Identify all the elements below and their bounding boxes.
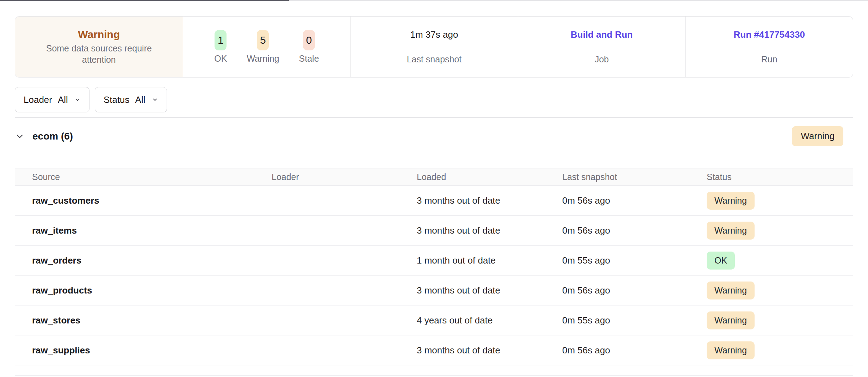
stat-item-stale: 0 Stale: [299, 30, 319, 64]
run-label: Run: [761, 54, 777, 64]
cell-last-snapshot: 0m 55s ago: [562, 315, 707, 326]
status-badge: Warning: [707, 282, 755, 299]
cell-last-snapshot: 0m 55s ago: [562, 255, 707, 266]
stat-item-ok: 1 OK: [214, 30, 227, 64]
cell-last-snapshot: 0m 56s ago: [562, 225, 707, 236]
overall-status-subtitle: Some data sources require attention: [38, 43, 160, 65]
column-header-status: Status: [707, 172, 853, 182]
status-filter-label: Status: [104, 94, 130, 105]
last-snapshot-value: 1m 37s ago: [410, 29, 458, 40]
counts-card: 1 OK 5 Warning 0 Stale: [183, 17, 351, 77]
stale-count-label: Stale: [299, 54, 319, 64]
chevron-down-icon: [15, 131, 25, 141]
loader-filter-label: Loader: [24, 94, 52, 105]
cell-source: raw_stores: [32, 315, 272, 326]
status-filter-value: All: [135, 94, 145, 105]
cell-loaded: 3 months out of date: [417, 225, 562, 236]
page-content: Warning Some data sources require attent…: [0, 16, 868, 376]
status-badge: Warning: [707, 341, 755, 359]
run-link[interactable]: Run #417754330: [734, 29, 805, 40]
cell-source: raw_items: [32, 225, 272, 236]
status-badge: Warning: [707, 311, 755, 329]
status-filter-button[interactable]: Status All: [95, 87, 167, 112]
column-header-last-snapshot: Last snapshot: [562, 172, 707, 182]
status-badge: Warning: [707, 222, 755, 240]
stat-item-warning: 5 Warning: [247, 30, 279, 64]
chevron-down-icon: [74, 97, 81, 103]
column-header-loader: Loader: [272, 172, 417, 182]
overall-status-title: Warning: [78, 29, 120, 41]
warning-count-label: Warning: [247, 54, 279, 64]
filter-bar: Loader All Status All: [15, 87, 853, 118]
group-expand-toggle[interactable]: ecom (6): [15, 131, 73, 142]
cell-last-snapshot: 0m 56s ago: [562, 195, 707, 206]
stale-count-badge: 0: [303, 30, 315, 50]
run-card: Run #417754330 Run: [685, 17, 853, 77]
cell-source: raw_supplies: [32, 345, 272, 356]
table-footer-divider: [15, 365, 853, 376]
loader-filter-value: All: [58, 94, 68, 105]
cell-loaded: 3 months out of date: [417, 195, 562, 206]
ok-count-label: OK: [214, 54, 227, 64]
top-progress-bar: [0, 0, 868, 1]
cell-loaded: 4 years out of date: [417, 315, 562, 326]
cell-last-snapshot: 0m 56s ago: [562, 285, 707, 296]
job-card: Build and Run Job: [518, 17, 686, 77]
cell-last-snapshot: 0m 56s ago: [562, 345, 707, 356]
group-title: ecom (6): [32, 131, 73, 142]
table-row: raw_customers 3 months out of date 0m 56…: [15, 186, 853, 216]
table-row: raw_items 3 months out of date 0m 56s ag…: [15, 216, 853, 246]
last-snapshot-label: Last snapshot: [407, 54, 462, 64]
ok-count-badge: 1: [215, 30, 227, 50]
warning-count-badge: 5: [257, 30, 269, 50]
cell-source: raw_customers: [32, 195, 272, 206]
table-row: raw_products 3 months out of date 0m 56s…: [15, 276, 853, 305]
counts-row: 1 OK 5 Warning 0 Stale: [214, 30, 319, 64]
cell-source: raw_products: [32, 285, 272, 296]
column-header-source: Source: [32, 172, 272, 182]
cell-loaded: 3 months out of date: [417, 285, 562, 296]
cell-source: raw_orders: [32, 255, 272, 266]
status-badge: Warning: [707, 192, 755, 210]
group-header-ecom: ecom (6) Warning: [15, 126, 853, 146]
summary-card-row: Warning Some data sources require attent…: [15, 16, 853, 78]
status-badge: OK: [707, 252, 735, 270]
job-label: Job: [595, 54, 609, 64]
table-row: raw_orders 1 month out of date 0m 55s ag…: [15, 246, 853, 276]
cell-loaded: 3 months out of date: [417, 345, 562, 356]
table-row: raw_stores 4 years out of date 0m 55s ag…: [15, 305, 853, 335]
overall-status-card: Warning Some data sources require attent…: [15, 17, 183, 77]
chevron-down-icon: [152, 97, 158, 103]
loader-filter-button[interactable]: Loader All: [15, 87, 89, 112]
column-header-loaded: Loaded: [417, 172, 562, 182]
group-status-badge: Warning: [792, 126, 843, 146]
table-header: Source Loader Loaded Last snapshot Statu…: [15, 168, 853, 186]
cell-loaded: 1 month out of date: [417, 255, 562, 266]
table-row: raw_supplies 3 months out of date 0m 56s…: [15, 335, 853, 365]
job-link[interactable]: Build and Run: [571, 29, 633, 40]
last-snapshot-card: 1m 37s ago Last snapshot: [350, 17, 518, 77]
